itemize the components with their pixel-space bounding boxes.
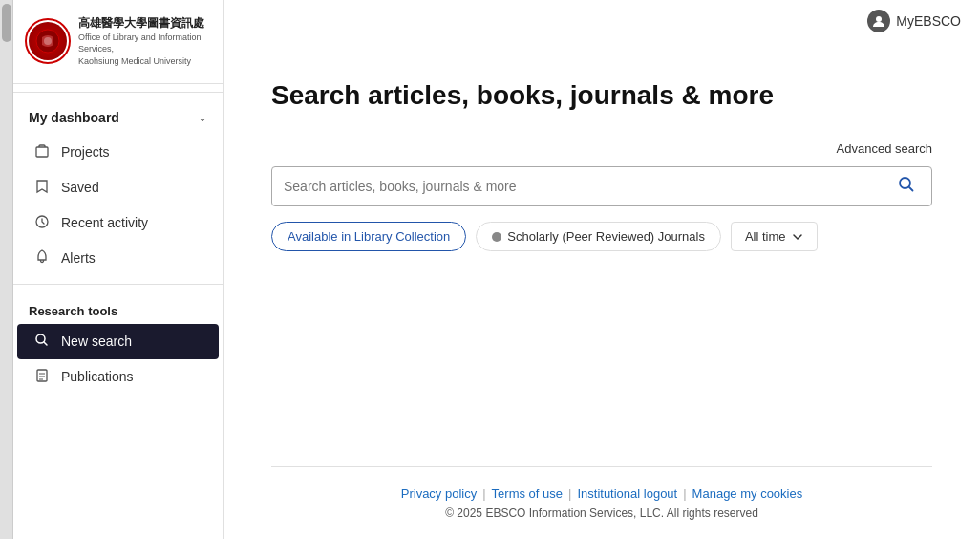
svg-point-10 [900, 178, 910, 188]
recent-activity-icon [32, 214, 52, 232]
new-search-icon [32, 333, 52, 351]
saved-label: Saved [61, 180, 99, 195]
terms-of-use-link[interactable]: Terms of use [492, 486, 563, 501]
search-input[interactable] [284, 167, 893, 205]
manage-cookies-link[interactable]: Manage my cookies [692, 486, 803, 501]
top-bar: MyEBSCO [224, 0, 980, 42]
footer: Privacy policy | Terms of use | Institut… [224, 467, 980, 539]
sidebar-divider-mid [13, 284, 223, 285]
scholarly-journals-filter[interactable]: Scholarly (Peer Reviewed) Journals [476, 222, 721, 251]
search-input-wrapper [271, 166, 932, 206]
publications-label: Publications [61, 369, 134, 384]
library-collection-filter[interactable]: Available in Library Collection [271, 222, 466, 251]
scrollbar-thumb[interactable] [2, 4, 11, 42]
sidebar-item-recent-activity[interactable]: Recent activity [17, 205, 219, 241]
saved-icon [32, 179, 52, 197]
advanced-search-link[interactable]: Advanced search [271, 140, 932, 157]
logo-text: 高雄醫學大學圖書資訊處 Office of Library and Inform… [78, 15, 211, 68]
sidebar-logo: 高雄醫學大學圖書資訊處 Office of Library and Inform… [13, 0, 223, 84]
sidebar-item-publications[interactable]: Publications [17, 359, 219, 395]
sidebar-item-alerts[interactable]: Alerts [17, 241, 219, 276]
svg-point-1 [44, 37, 52, 45]
sidebar-item-saved[interactable]: Saved [17, 170, 219, 205]
svg-rect-2 [36, 147, 48, 157]
account-icon [867, 10, 890, 32]
recent-activity-label: Recent activity [61, 215, 148, 230]
logo-emblem [25, 18, 71, 64]
publications-icon [32, 368, 52, 386]
footer-links: Privacy policy | Terms of use | Institut… [271, 486, 932, 501]
search-heading: Search articles, books, journals & more [271, 80, 932, 111]
scholarly-dot-icon [492, 232, 501, 242]
alerts-label: Alerts [61, 250, 96, 266]
sidebar: 高雄醫學大學圖書資訊處 Office of Library and Inform… [13, 0, 224, 539]
projects-label: Projects [61, 144, 110, 160]
svg-point-9 [876, 16, 882, 22]
all-time-filter[interactable]: All time [731, 222, 818, 251]
new-search-label: New search [61, 334, 132, 349]
projects-icon [32, 143, 52, 162]
privacy-policy-link[interactable]: Privacy policy [401, 486, 477, 501]
sidebar-item-new-search[interactable]: New search [17, 324, 219, 359]
main-content: MyEBSCO Search articles, books, journals… [224, 0, 980, 539]
copyright-text: © 2025 EBSCO Information Services, LLC. … [271, 507, 932, 520]
filter-row: Available in Library Collection Scholarl… [271, 222, 932, 251]
scrollbar[interactable] [0, 0, 13, 539]
research-tools-section: Research tools [13, 292, 223, 324]
alerts-icon [32, 249, 52, 268]
sidebar-divider-top [13, 92, 223, 93]
my-ebsco-label: MyEBSCO [896, 13, 961, 29]
institutional-logout-link[interactable]: Institutional logout [577, 486, 677, 501]
chevron-down-icon: ⌄ [198, 111, 207, 124]
my-dashboard-section[interactable]: My dashboard ⌄ [13, 100, 223, 135]
sidebar-item-projects[interactable]: Projects [17, 135, 219, 170]
advanced-search-anchor[interactable]: Advanced search [837, 141, 932, 156]
search-button[interactable] [893, 171, 920, 203]
my-ebsco-button[interactable]: MyEBSCO [867, 10, 961, 32]
chevron-down-icon [792, 231, 803, 243]
search-area: Search articles, books, journals & more … [224, 42, 980, 466]
my-dashboard-label: My dashboard [29, 110, 119, 125]
